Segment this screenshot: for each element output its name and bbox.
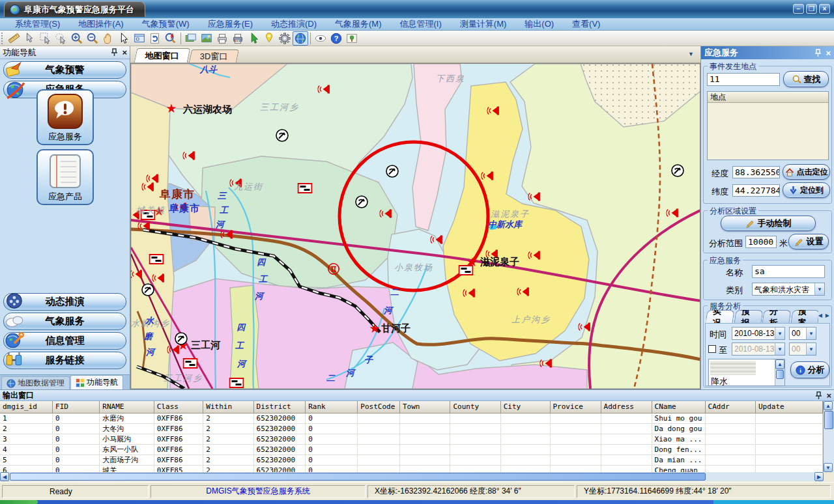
sidebar-group-信息管理[interactable]: 信息管理 — [3, 332, 126, 350]
toolbar-settings-gear-button[interactable] — [277, 31, 293, 46]
sidebar-tab-地图数据管理[interactable]: 地图数据管理 — [1, 376, 70, 389]
scroll-down-icon[interactable]: ▼ — [824, 463, 833, 472]
close-button[interactable]: × — [819, 4, 830, 14]
column-header-County[interactable]: County — [450, 401, 500, 413]
menu-item-8[interactable]: 输出(O) — [516, 18, 562, 30]
listbox-scrollbar[interactable]: ▲ — [775, 359, 784, 385]
toolbar-zoom-scale-button[interactable] — [163, 31, 179, 46]
menu-item-7[interactable]: 测量计算(M) — [452, 18, 515, 30]
column-header-District[interactable]: District — [253, 401, 306, 413]
menu-item-2[interactable]: 气象预警(W) — [134, 18, 198, 30]
column-header-Address[interactable]: Address — [601, 401, 652, 413]
sidebar-group-动态推演[interactable]: 动态推演 — [3, 293, 126, 311]
toolbar-pan-hand-button[interactable] — [100, 31, 116, 46]
pin-icon[interactable] — [815, 391, 822, 400]
toolbar-pointer-button[interactable] — [116, 31, 132, 46]
event-search-input[interactable]: 11 — [707, 73, 780, 86]
manual-draw-button[interactable]: 手动绘制 — [721, 216, 816, 231]
sidebar-group-气象服务[interactable]: 气象服务 — [3, 313, 126, 330]
column-header-RNAME[interactable]: RNAME — [100, 401, 154, 413]
close-panel-icon[interactable]: × — [122, 48, 127, 57]
toolbar-print-button[interactable] — [214, 31, 230, 46]
column-header-Update[interactable]: Update — [755, 401, 822, 413]
sidebar-group-气象预警[interactable]: 气象预警 — [3, 61, 126, 79]
table-vertical-scrollbar[interactable]: ▲ ▼ — [824, 401, 834, 472]
table-row[interactable]: 60城关0XFF8526523020000Cheng guan — [0, 465, 823, 472]
set-button[interactable]: 设置 — [788, 234, 829, 249]
table-horizontal-scrollbar[interactable]: ◀ ▶ — [0, 472, 824, 481]
table-row[interactable]: 30小马厩沟0XFF8626523020000Xiao ma ... — [0, 434, 823, 444]
attribute-table[interactable]: dmgis_idFIDRNAMEClassWithinDistrictRankP… — [0, 401, 824, 472]
scroll-right-icon[interactable]: ▶ — [814, 472, 824, 481]
analysis-tab-预案[interactable]: 预案 — [790, 310, 818, 323]
toolbar-zoom-out-button[interactable] — [85, 31, 100, 46]
element-listbox[interactable]: 降水空气温度 ▲ — [708, 359, 785, 386]
toolbar-refresh-button[interactable] — [147, 31, 163, 46]
locate-to-button[interactable]: 定位到 — [783, 182, 830, 198]
map-tab-地图窗口[interactable]: 地图窗口 — [134, 48, 191, 63]
column-header-Within[interactable]: Within — [203, 401, 253, 413]
menu-item-3[interactable]: 应急服务(E) — [199, 18, 261, 30]
close-panel-icon[interactable]: × — [826, 391, 831, 400]
hour-to-dropdown[interactable]: 00▼ — [789, 343, 816, 356]
location-list[interactable]: 地点 — [707, 91, 829, 160]
map-tabbar-dropdown-icon[interactable]: ▼ — [688, 51, 694, 57]
range-input[interactable]: 10000 — [745, 236, 777, 248]
menu-item-0[interactable]: 系统管理(S) — [7, 18, 68, 30]
column-header-PostCode[interactable]: PostCode — [358, 401, 400, 413]
column-header-FID[interactable]: FID — [53, 401, 100, 413]
longitude-input[interactable]: 88.3625506 — [732, 166, 780, 178]
toolbar-layers-button[interactable] — [183, 31, 199, 46]
tab-scroll-left-icon[interactable]: ◀ — [818, 313, 822, 318]
column-header-Class[interactable]: Class — [154, 401, 203, 413]
scroll-up-icon[interactable]: ▲ — [775, 359, 784, 369]
sidebar-tab-功能导航[interactable]: 功能导航 — [70, 375, 123, 389]
table-row[interactable]: 40东风一小队0XFF8626523020000Dong fen... — [0, 444, 823, 455]
menu-item-6[interactable]: 信息管理(I) — [392, 18, 450, 30]
date-to-dropdown[interactable]: 2010-08-13▼ — [732, 343, 785, 356]
toolbar-select-pointer-button[interactable] — [22, 31, 38, 46]
column-header-dmgis_id[interactable]: dmgis_id — [0, 401, 53, 413]
menu-item-5[interactable]: 气象服务(M) — [326, 18, 390, 30]
column-header-City[interactable]: City — [500, 401, 550, 413]
toolbar-grip[interactable] — [1, 33, 5, 44]
date-dropdown[interactable]: 2010-08-13▼ — [732, 327, 785, 340]
toolbar-zoom-in-button[interactable] — [69, 31, 85, 46]
toolbar-measure-button[interactable] — [7, 31, 22, 46]
toolbar-full-extent-button[interactable] — [132, 31, 147, 46]
sidebar-group-服务链接[interactable]: 服务链接 — [3, 352, 126, 369]
element-list-item[interactable]: 降水 — [709, 376, 784, 386]
map-canvas[interactable]: ★★★★★六运湖农场三工河乡下西泉九运街阜康市城关镇阜康市滋泥泉子中新水库滋泥泉… — [130, 63, 700, 389]
menu-item-4[interactable]: 动态推演(D) — [263, 18, 325, 30]
column-header-CAddr[interactable]: CAddr — [705, 401, 755, 413]
toolbar-help-button[interactable]: ? — [328, 31, 344, 46]
toolbar-select-lasso-button[interactable] — [53, 31, 69, 46]
close-panel-icon[interactable]: × — [826, 48, 831, 58]
column-header-Rank[interactable]: Rank — [306, 401, 358, 413]
column-header-CName[interactable]: CName — [652, 401, 705, 413]
toolbar-eye-button[interactable] — [313, 31, 328, 46]
to-checkbox[interactable] — [708, 345, 716, 353]
tab-scroll-right-icon[interactable]: ▶ — [826, 313, 829, 318]
toolbar-place-marker-button[interactable] — [261, 31, 277, 46]
map-tab-3D窗口[interactable]: 3D窗口 — [189, 49, 239, 63]
restore-button[interactable]: ❐ — [806, 4, 817, 14]
toolbar-tree-view-button[interactable] — [344, 31, 360, 46]
analyze-button[interactable]: i 分析 — [790, 361, 829, 378]
toolbar-select-box-button[interactable] — [38, 31, 53, 46]
toolbar-export-image-button[interactable] — [199, 31, 214, 46]
table-row[interactable]: 50大面场子沟0XFF8626523020000Da mian ... — [0, 455, 823, 465]
location-list-header[interactable]: 地点 — [708, 92, 828, 103]
analysis-tab-预报[interactable]: 预报 — [734, 310, 762, 323]
column-header-Town[interactable]: Town — [399, 401, 450, 413]
locate-click-button[interactable]: 点击定位 — [783, 164, 830, 180]
sidebar-button-应急产品[interactable]: 应急产品 — [36, 149, 94, 205]
column-header-Provice[interactable]: Provice — [550, 401, 601, 413]
toolbar-globe-active-button[interactable] — [293, 31, 308, 46]
toolbar-green-pointer-button[interactable] — [246, 31, 261, 46]
start-button-sliver[interactable] — [0, 500, 38, 504]
analysis-tab-实况[interactable]: 实况 — [706, 310, 734, 323]
service-name-input[interactable]: sa — [752, 265, 825, 278]
latitude-input[interactable]: 44.22778446 — [732, 184, 780, 197]
analysis-tab-分析[interactable]: 分析 — [762, 310, 791, 323]
